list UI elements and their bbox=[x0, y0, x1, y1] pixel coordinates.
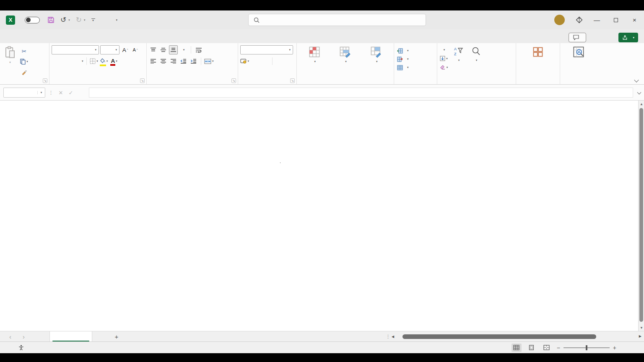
collapse-ribbon-icon[interactable] bbox=[634, 78, 639, 82]
autosave-control[interactable] bbox=[22, 17, 40, 23]
decrease-indent-icon[interactable] bbox=[179, 57, 188, 66]
increase-indent-icon[interactable] bbox=[189, 57, 198, 66]
scrollbar-resize-handle[interactable]: ⋮ bbox=[386, 331, 390, 342]
align-right-icon[interactable] bbox=[169, 57, 178, 66]
merge-center-icon[interactable]: ▾ bbox=[204, 57, 214, 66]
clipboard-group: ▾ ✂ ▾ ↘ bbox=[0, 43, 49, 84]
cut-icon[interactable]: ✂ bbox=[20, 47, 29, 56]
customize-quick-access-icon[interactable]: ▾ bbox=[91, 18, 95, 21]
copy-icon[interactable]: ▾ bbox=[20, 57, 29, 66]
scroll-up-icon[interactable]: ▲ bbox=[639, 101, 644, 107]
delete-cells-button[interactable]: ▾ bbox=[396, 55, 435, 63]
scroll-left-icon[interactable]: ◀ bbox=[392, 335, 397, 339]
search-input[interactable] bbox=[248, 14, 426, 26]
page-break-view-icon[interactable] bbox=[542, 344, 552, 352]
fill-color-icon[interactable]: ▾ bbox=[100, 57, 109, 66]
font-color-icon[interactable]: A ▾ bbox=[110, 57, 119, 66]
increase-font-icon[interactable]: Aˆ bbox=[121, 45, 130, 54]
autosum-icon[interactable]: ▾ bbox=[439, 46, 448, 54]
font-family-select[interactable]: ▾ bbox=[52, 45, 99, 54]
normal-view-icon[interactable] bbox=[512, 344, 522, 352]
avatar[interactable] bbox=[554, 15, 565, 25]
premium-diamond-icon[interactable] bbox=[571, 16, 587, 23]
horizontal-scrollbar[interactable]: ◀ bbox=[392, 334, 635, 339]
horizontal-scroll-thumb[interactable] bbox=[402, 334, 596, 339]
bold-button[interactable] bbox=[52, 57, 60, 66]
undo-icon[interactable]: ↺ bbox=[60, 16, 66, 24]
embedded-exercise-object[interactable] bbox=[264, 154, 584, 171]
underline-button[interactable] bbox=[72, 57, 80, 66]
wrap-text-icon[interactable] bbox=[194, 45, 203, 54]
cancel-icon[interactable]: ✕ bbox=[56, 88, 65, 98]
align-bottom-icon[interactable] bbox=[169, 45, 178, 54]
accessibility-status[interactable] bbox=[18, 345, 26, 350]
align-center-icon[interactable] bbox=[159, 57, 168, 66]
number-dialog-launcher[interactable]: ↘ bbox=[290, 78, 295, 83]
insert-cells-button[interactable]: ▾ bbox=[396, 47, 435, 55]
currency-format-icon[interactable]: ▾ bbox=[240, 57, 249, 66]
page-layout-view-icon[interactable] bbox=[527, 344, 537, 352]
zoom-out-icon[interactable]: − bbox=[557, 344, 560, 351]
comments-button[interactable] bbox=[569, 33, 586, 42]
sort-filter-icon: AZ bbox=[453, 47, 463, 57]
minimize-button[interactable]: — bbox=[587, 10, 606, 29]
zoom-in-icon[interactable]: + bbox=[613, 344, 616, 351]
decrease-decimal-icon[interactable] bbox=[286, 57, 294, 66]
vertical-scrollbar[interactable]: ▲ ▼ bbox=[638, 101, 644, 331]
comma-format-icon[interactable] bbox=[260, 57, 269, 66]
analyze-data-button[interactable] bbox=[562, 45, 595, 59]
next-sheet-icon[interactable]: › bbox=[23, 331, 25, 342]
clipboard-dialog-launcher[interactable]: ↘ bbox=[43, 78, 47, 83]
formula-input[interactable] bbox=[89, 88, 633, 98]
clear-eraser-icon[interactable]: ▾ bbox=[439, 63, 448, 71]
zoom-slider-thumb[interactable] bbox=[586, 345, 587, 350]
sheet-tab-ejer-estadistica[interactable] bbox=[49, 331, 92, 342]
number-format-select[interactable]: ▾ bbox=[240, 45, 293, 54]
borders-icon[interactable]: ▾ bbox=[90, 57, 99, 66]
maximize-button[interactable] bbox=[606, 10, 625, 29]
align-left-icon[interactable] bbox=[149, 57, 158, 66]
close-button[interactable]: × bbox=[625, 10, 644, 29]
share-button[interactable]: ▾ bbox=[618, 33, 638, 42]
excel-app-icon[interactable]: X bbox=[6, 16, 15, 25]
vertical-scroll-thumb[interactable] bbox=[639, 108, 643, 322]
spreadsheet-grid[interactable] bbox=[0, 101, 638, 331]
document-title-wrap[interactable]: ▾ bbox=[113, 18, 118, 22]
sort-filter-button[interactable]: AZ ▾ bbox=[451, 46, 466, 71]
format-cells-button[interactable]: ▾ bbox=[396, 63, 435, 72]
font-size-select[interactable]: ▾ bbox=[100, 45, 119, 54]
analyze-group bbox=[560, 43, 597, 84]
cells-group: ▾ ▾ ▾ bbox=[394, 43, 437, 84]
redo-icon[interactable]: ↻ bbox=[76, 16, 82, 24]
align-middle-icon[interactable] bbox=[159, 45, 168, 54]
name-box-chevron-icon[interactable]: ▾ bbox=[37, 91, 45, 94]
increase-decimal-icon[interactable] bbox=[275, 57, 284, 66]
cell-styles-button[interactable]: ▾ bbox=[368, 45, 384, 65]
paste-button[interactable]: ▾ bbox=[2, 45, 18, 77]
font-dialog-launcher[interactable]: ↘ bbox=[140, 78, 145, 83]
scroll-down-icon[interactable]: ▼ bbox=[639, 324, 644, 331]
scroll-right-icon[interactable]: ▶ bbox=[639, 334, 641, 338]
find-select-button[interactable]: ▾ bbox=[468, 46, 483, 71]
align-top-icon[interactable] bbox=[149, 45, 158, 54]
formula-bar-dots-icon[interactable]: ⋮ bbox=[49, 88, 53, 98]
expand-formula-bar-icon[interactable] bbox=[637, 90, 641, 95]
name-box[interactable]: ▾ bbox=[3, 88, 45, 98]
decrease-font-icon[interactable]: Aˇ bbox=[131, 45, 140, 54]
prev-sheet-icon[interactable]: ‹ bbox=[9, 331, 11, 342]
enter-icon[interactable]: ✓ bbox=[66, 88, 75, 98]
addins-button[interactable] bbox=[518, 45, 558, 59]
percent-format-icon[interactable] bbox=[250, 57, 259, 66]
new-sheet-icon[interactable]: + bbox=[112, 331, 121, 342]
save-icon[interactable] bbox=[47, 16, 55, 23]
conditional-formatting-button[interactable]: ▾ bbox=[306, 45, 323, 65]
alignment-dialog-launcher[interactable]: ↘ bbox=[231, 78, 236, 83]
fill-down-icon[interactable]: ▾ bbox=[439, 54, 448, 62]
italic-button[interactable] bbox=[62, 57, 70, 66]
autosave-toggle[interactable] bbox=[25, 17, 40, 23]
zoom-slider[interactable] bbox=[564, 345, 610, 351]
orientation-icon[interactable]: ▾ bbox=[179, 45, 188, 54]
format-as-table-button[interactable]: ▾ bbox=[337, 45, 353, 65]
format-painter-icon[interactable] bbox=[20, 67, 29, 77]
insert-function-icon[interactable] bbox=[77, 88, 86, 98]
